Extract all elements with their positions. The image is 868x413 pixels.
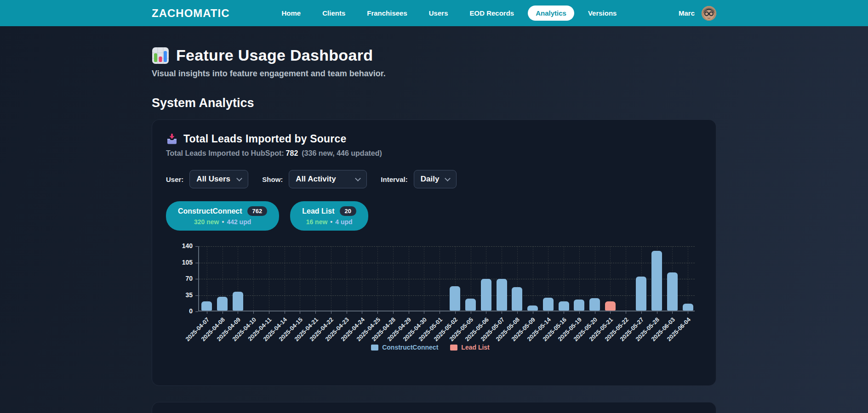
bar-constructconnect[interactable] xyxy=(636,277,646,311)
bar-constructconnect[interactable] xyxy=(465,299,476,311)
nav-item-home[interactable]: Home xyxy=(274,6,309,21)
bullet-separator: • xyxy=(222,218,224,226)
gridline-vertical xyxy=(331,246,331,311)
user-filter-value: All Users xyxy=(196,175,230,184)
gridline-vertical xyxy=(409,246,409,311)
gridline-vertical xyxy=(269,246,269,311)
leads-summary-prefix: Total Leads Imported to HubSpot: xyxy=(166,149,284,157)
source-pill-constructconnect[interactable]: ConstructConnect 762 320 new•442 upd xyxy=(166,201,279,231)
bar-constructconnect[interactable] xyxy=(651,251,662,311)
bar-constructconnect[interactable] xyxy=(543,298,554,311)
chevron-down-icon xyxy=(236,175,242,181)
gridline-horizontal xyxy=(199,279,695,279)
nav-username[interactable]: Marc xyxy=(679,9,695,17)
page-title: Feature Usage Dashboard xyxy=(176,46,373,64)
bar-constructconnect[interactable] xyxy=(667,272,678,311)
bar-lead-list[interactable] xyxy=(605,301,616,311)
x-tick-label: 2025-06-04 xyxy=(627,315,687,323)
bar-constructconnect[interactable] xyxy=(683,304,693,311)
section-title: System Analytics xyxy=(152,96,716,110)
gridline-horizontal xyxy=(199,295,695,296)
gridline-vertical xyxy=(440,246,440,311)
show-filter-value: All Activity xyxy=(296,175,336,184)
gridline-vertical xyxy=(347,246,347,311)
leads-card-title: Total Leads Imported by Source xyxy=(183,133,346,145)
user-filter-label: User: xyxy=(166,175,183,183)
brand-logo[interactable]: ZACHOMATIC xyxy=(152,7,230,20)
y-tick-label: 0 xyxy=(189,307,193,315)
leads-card: Total Leads Imported by Source Total Lea… xyxy=(152,119,716,386)
bar-constructconnect[interactable] xyxy=(512,287,522,311)
gridline-vertical xyxy=(424,246,424,311)
gridline-horizontal xyxy=(199,263,695,263)
bar-constructconnect[interactable] xyxy=(559,301,569,311)
bar-constructconnect[interactable] xyxy=(589,298,600,311)
chevron-down-icon xyxy=(445,175,451,181)
source-name: Lead List xyxy=(302,207,334,215)
source-pills: ConstructConnect 762 320 new•442 upd Lea… xyxy=(166,201,702,231)
chart-plot xyxy=(198,246,695,311)
legend-swatch xyxy=(450,345,457,351)
bar-constructconnect[interactable] xyxy=(217,297,228,311)
gridline-vertical xyxy=(253,246,254,311)
inbox-tray-icon xyxy=(166,133,178,145)
legend-label: Lead List xyxy=(461,344,489,351)
features-card: Used vs. Unused Features xyxy=(152,402,716,413)
source-upd-count: 4 upd xyxy=(335,218,352,226)
filters-row: User: All Users Show: All Activity Inter… xyxy=(166,170,702,188)
gridline-vertical xyxy=(362,246,362,311)
show-filter-select[interactable]: All Activity xyxy=(289,170,367,188)
y-tick-label: 105 xyxy=(182,259,193,266)
legend-item-lead-list[interactable]: Lead List xyxy=(450,344,489,351)
gridline-vertical xyxy=(285,246,285,311)
chart-legend: ConstructConnectLead List xyxy=(166,344,695,351)
y-tick-label: 35 xyxy=(185,291,193,299)
legend-item-constructconnect[interactable]: ConstructConnect xyxy=(371,344,438,351)
source-pill-lead-list[interactable]: Lead List 20 16 new•4 upd xyxy=(290,201,368,231)
legend-swatch xyxy=(371,345,378,351)
bullet-separator: • xyxy=(330,218,332,226)
interval-filter-select[interactable]: Daily xyxy=(414,170,457,188)
nav-item-clients[interactable]: Clients xyxy=(314,6,353,21)
bar-constructconnect[interactable] xyxy=(450,286,460,311)
leads-total: 782 xyxy=(286,149,298,157)
legend-label: ConstructConnect xyxy=(382,344,438,351)
interval-filter-label: Interval: xyxy=(381,175,407,183)
bar-constructconnect[interactable] xyxy=(201,301,212,311)
show-filter-label: Show: xyxy=(262,175,283,183)
user-avatar[interactable] xyxy=(702,6,716,21)
chevron-down-icon xyxy=(355,175,361,181)
gridline-vertical xyxy=(300,246,300,311)
nav-item-eod-records[interactable]: EOD Records xyxy=(462,6,522,21)
bar-constructconnect[interactable] xyxy=(574,300,584,311)
bar-chart-icon xyxy=(152,47,169,64)
gridline-vertical xyxy=(393,246,394,311)
nav-user-area: Marc xyxy=(679,6,716,21)
nav-item-users[interactable]: Users xyxy=(421,6,456,21)
nav-links: Home Clients Franchisees Users EOD Recor… xyxy=(274,6,625,21)
gridline-horizontal xyxy=(199,246,695,247)
navbar: ZACHOMATIC Home Clients Franchisees User… xyxy=(0,0,868,26)
bar-constructconnect[interactable] xyxy=(497,279,507,311)
source-count-badge: 762 xyxy=(247,206,268,216)
bar-constructconnect[interactable] xyxy=(481,279,491,311)
bar-constructconnect[interactable] xyxy=(233,292,243,311)
leads-summary: Total Leads Imported to HubSpot:782(336 … xyxy=(166,149,702,158)
nav-item-franchisees[interactable]: Franchisees xyxy=(359,6,415,21)
source-new-count: 320 new xyxy=(194,218,219,226)
leads-bar-chart: 03570105140 2025-04-072025-04-082025-04-… xyxy=(166,246,702,351)
gridline-vertical xyxy=(688,246,688,311)
chart-y-axis: 03570105140 xyxy=(166,246,198,311)
gridline-vertical xyxy=(377,246,378,311)
source-upd-count: 442 upd xyxy=(227,218,251,226)
bar-constructconnect[interactable] xyxy=(527,306,538,311)
nav-item-versions[interactable]: Versions xyxy=(580,6,625,21)
nav-item-analytics[interactable]: Analytics xyxy=(528,6,574,21)
interval-filter-value: Daily xyxy=(421,175,440,184)
gridline-vertical xyxy=(533,246,533,311)
y-tick-label: 70 xyxy=(185,275,193,282)
source-name: ConstructConnect xyxy=(178,207,242,215)
page-subtitle: Visual insights into feature engagement … xyxy=(152,69,716,79)
gridline-vertical xyxy=(315,246,316,311)
user-filter-select[interactable]: All Users xyxy=(189,170,248,188)
